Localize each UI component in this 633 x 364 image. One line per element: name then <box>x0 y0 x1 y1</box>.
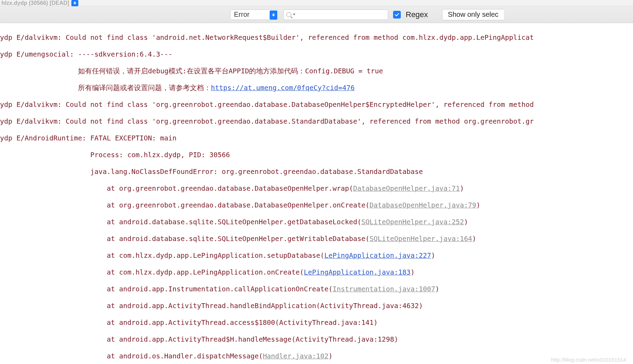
show-only-selected-button[interactable]: Show only selec <box>442 9 504 20</box>
filter-bar: Error Regex Show only selec <box>0 6 633 23</box>
watermark: http://blog.csdn.net/u010151514 <box>551 357 626 363</box>
source-link[interactable]: SQLiteOpenHelper.java:252 <box>361 218 464 226</box>
chevron-updown-icon <box>270 10 277 20</box>
search-icon <box>286 12 291 17</box>
source-link[interactable]: Handler.java:102 <box>263 352 328 360</box>
log-line: at android.app.ActivityThread$H.handleMe… <box>0 335 633 344</box>
log-line: at android.app.ActivityThread.access$180… <box>0 319 633 327</box>
log-output[interactable]: ydp E/dalvikvm: Could not find class 'an… <box>0 23 633 364</box>
log-level-value: Error <box>234 10 249 19</box>
log-line: at com.hlzx.dydp.app.LePingApplication.s… <box>0 252 633 260</box>
process-text: hlzx.dydp (30566) [DEAD] <box>1 0 69 6</box>
log-line: java.lang.NoClassDefFoundError: org.gree… <box>0 168 633 176</box>
source-link[interactable]: LePingApplication.java:183 <box>304 268 411 276</box>
log-line: ydp E/AndroidRuntime: FATAL EXCEPTION: m… <box>0 134 633 143</box>
log-line: at org.greenrobot.greendao.database.Data… <box>0 201 633 210</box>
log-line: ydp E/dalvikvm: Could not find class 'or… <box>0 101 633 109</box>
regex-checkbox[interactable] <box>393 11 401 19</box>
source-link[interactable]: LePingApplication.java:227 <box>324 252 431 260</box>
log-line: at android.database.sqlite.SQLiteOpenHel… <box>0 218 633 226</box>
show-button-label: Show only selec <box>448 10 499 19</box>
log-line: at android.app.ActivityThread.handleBind… <box>0 302 633 310</box>
process-dropdown-icon[interactable] <box>71 0 78 6</box>
log-level-select[interactable]: Error <box>230 9 278 20</box>
source-link[interactable]: DatabaseOpenHelper.java:79 <box>370 201 476 209</box>
process-selector[interactable]: hlzx.dydp (30566) [DEAD] <box>1 0 78 6</box>
log-line: at android.app.Instrumentation.callAppli… <box>0 285 633 293</box>
log-line: at com.hlzx.dydp.app.LePingApplication.o… <box>0 268 633 277</box>
log-line: ydp E/dalvikvm: Could not find class 'an… <box>0 34 633 42</box>
source-link[interactable]: SQLiteOpenHelper.java:164 <box>370 235 472 243</box>
log-line: ydp E/umengsocial: ----sdkversion:6.4.3-… <box>0 50 633 59</box>
regex-label: Regex <box>406 10 428 19</box>
log-line: 如有任何错误，请开启debug模式:在设置各平台APPID的地方添加代码：Con… <box>0 67 633 75</box>
process-bar: hlzx.dydp (30566) [DEAD] <box>0 0 633 6</box>
doc-link[interactable]: https://at.umeng.com/0fqeCy?cid=476 <box>211 84 355 92</box>
chevron-down-icon[interactable] <box>293 14 296 15</box>
log-line: 所有编译问题或者设置问题，请参考文档：https://at.umeng.com/… <box>0 84 633 92</box>
search-input[interactable] <box>283 9 388 20</box>
log-line: at org.greenrobot.greendao.database.Data… <box>0 184 633 193</box>
log-line: at android.database.sqlite.SQLiteOpenHel… <box>0 235 633 243</box>
source-link[interactable]: DatabaseOpenHelper.java:71 <box>353 184 460 192</box>
log-line: Process: com.hlzx.dydp, PID: 30566 <box>0 151 633 159</box>
log-line: at android.os.Handler.dispatchMessage(Ha… <box>0 352 633 361</box>
log-line: ydp E/dalvikvm: Could not find class 'or… <box>0 117 633 126</box>
source-link[interactable]: Instrumentation.java:1007 <box>333 285 435 293</box>
